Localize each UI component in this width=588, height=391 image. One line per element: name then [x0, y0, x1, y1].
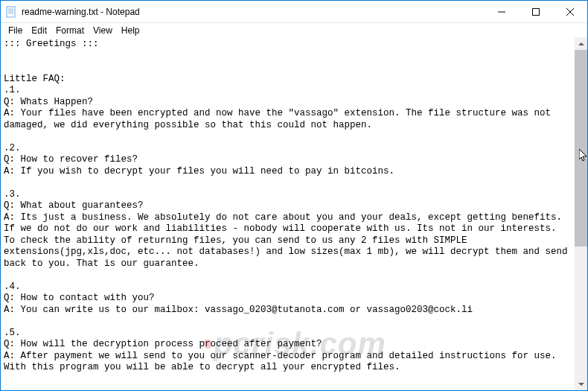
minimize-button[interactable]: [485, 1, 519, 22]
scroll-track[interactable]: [575, 50, 587, 378]
notepad-icon: [5, 6, 17, 18]
close-button[interactable]: [553, 1, 587, 22]
text-content[interactable]: ::: Greetings ::: Little FAQ: .1. Q: Wha…: [1, 37, 575, 390]
scroll-down-arrow[interactable]: [575, 378, 587, 390]
titlebar[interactable]: readme-warning.txt - Notepad: [1, 1, 587, 23]
menu-format[interactable]: Format: [51, 25, 89, 36]
vertical-scrollbar[interactable]: [575, 37, 587, 390]
scroll-thumb[interactable]: [575, 50, 587, 247]
window-controls: [485, 1, 587, 22]
menu-view[interactable]: View: [89, 25, 117, 36]
notepad-window: readme-warning.txt - Notepad File Edit F…: [0, 0, 588, 391]
maximize-button[interactable]: [519, 1, 553, 22]
content-area: ::: Greetings ::: Little FAQ: .1. Q: Wha…: [1, 37, 587, 390]
window-title: readme-warning.txt - Notepad: [22, 7, 485, 17]
menu-help[interactable]: Help: [117, 25, 144, 36]
svg-rect-6: [533, 8, 540, 15]
scroll-up-arrow[interactable]: [575, 37, 587, 50]
menu-file[interactable]: File: [4, 25, 27, 36]
svg-marker-10: [578, 383, 584, 386]
svg-marker-9: [578, 42, 584, 45]
menu-edit[interactable]: Edit: [27, 25, 51, 36]
menubar: File Edit Format View Help: [1, 23, 587, 37]
